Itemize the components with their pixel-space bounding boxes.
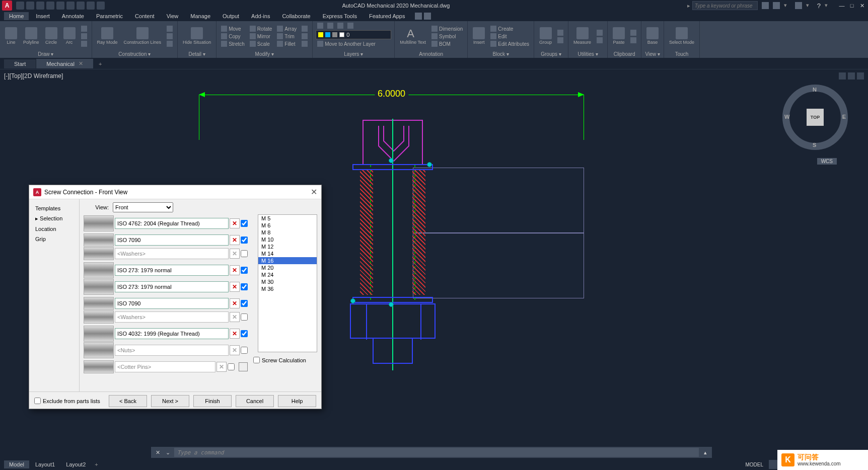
part-remove-hole2[interactable]: ✕: [230, 282, 240, 292]
step-templates[interactable]: Templates: [31, 203, 77, 213]
part-check-hole1[interactable]: [241, 267, 248, 274]
part-thumb-cotter[interactable]: [84, 360, 114, 373]
edit-block-button[interactable]: Edit: [489, 33, 531, 40]
vp-close-icon[interactable]: [857, 72, 864, 80]
mtext-button[interactable]: AMultiline Text: [398, 26, 428, 46]
tab-parametric[interactable]: Parametric: [91, 12, 128, 20]
part-thumb-washer1[interactable]: [84, 233, 114, 247]
filetab-new-button[interactable]: +: [94, 59, 107, 68]
rotate-button[interactable]: Rotate: [248, 25, 273, 32]
qat-saveas-icon[interactable]: [46, 2, 54, 10]
part-check-screw[interactable]: [241, 220, 248, 227]
layer-dropdown[interactable]: 0: [316, 30, 391, 39]
size-m12[interactable]: M 12: [258, 243, 317, 250]
part-remove-washers2[interactable]: ✕: [230, 312, 240, 322]
fillet-button[interactable]: Fillet: [275, 40, 298, 47]
part-name-washers2[interactable]: [115, 311, 229, 323]
part-remove-hole1[interactable]: ✕: [230, 265, 240, 275]
measure-button[interactable]: Measure: [571, 26, 593, 46]
viewcube[interactable]: TOP N S E W: [782, 85, 848, 150]
help-icon[interactable]: ?: [817, 2, 821, 9]
hide-situation-button[interactable]: Hide Situation: [181, 26, 213, 46]
step-selection[interactable]: Selection: [31, 213, 77, 224]
trim-button[interactable]: Trim: [275, 33, 298, 40]
scale-button[interactable]: Scale: [248, 40, 273, 47]
search-input[interactable]: [692, 1, 758, 10]
raymode-button[interactable]: Ray Mode: [95, 26, 120, 46]
viewcube-north[interactable]: N: [813, 87, 817, 93]
layer-extra1[interactable]: [316, 22, 325, 29]
command-line[interactable]: ✕ ⌄ Type a command ▴: [151, 447, 712, 458]
group-button[interactable]: Group: [537, 26, 554, 46]
size-m6[interactable]: M 6: [258, 222, 317, 229]
edit-attr-button[interactable]: Edit Attributes: [489, 40, 531, 47]
part-check-washers1[interactable]: [241, 250, 248, 257]
qat-plot-icon[interactable]: [66, 2, 75, 10]
panel-title-groups[interactable]: Groups ▾: [537, 50, 565, 57]
cmdline-expand-icon[interactable]: ▴: [702, 449, 709, 456]
statustab-layout1[interactable]: Layout1: [30, 460, 60, 468]
nut[interactable]: [350, 303, 436, 339]
part-remove-nuts[interactable]: ✕: [230, 345, 240, 355]
viewport-label[interactable]: [-][Top][2D Wireframe]: [4, 72, 63, 80]
tab-insert[interactable]: Insert: [31, 12, 55, 20]
conlines-button[interactable]: Construction Lines: [122, 26, 164, 46]
part-thumb-hole1[interactable]: [84, 262, 114, 278]
mirror-button[interactable]: Mirror: [248, 33, 273, 40]
exclude-checkbox[interactable]: [34, 398, 41, 404]
modify-extra1[interactable]: [300, 25, 309, 32]
part-name-screw[interactable]: [115, 218, 229, 229]
draw-extra2[interactable]: [80, 33, 89, 40]
qat-redo-icon[interactable]: [87, 2, 95, 10]
tab-featuredapps[interactable]: Featured Apps: [364, 12, 410, 20]
step-grip[interactable]: Grip: [31, 234, 77, 244]
panel-title-construction[interactable]: Construction ▾: [95, 50, 175, 57]
screw-calculation-checkbox[interactable]: Screw Calculation: [253, 357, 306, 363]
cmdline-customize-icon[interactable]: ⌄: [164, 449, 171, 456]
part-name-washer1[interactable]: [115, 234, 229, 246]
next-button[interactable]: Next >: [151, 395, 189, 407]
con-extra1[interactable]: [165, 25, 174, 32]
tab-collaborate[interactable]: Collaborate: [277, 12, 315, 20]
tab-view[interactable]: View: [162, 12, 184, 20]
part-remove-washer2[interactable]: ✕: [230, 298, 240, 308]
con-extra3[interactable]: [165, 40, 174, 47]
size-list[interactable]: M 5 M 6 M 8 M 10 M 12 M 14 M 16 M 20 M 2…: [258, 214, 317, 352]
part-thumb-screw[interactable]: [84, 215, 114, 231]
help-dropdown-icon[interactable]: ▾: [825, 2, 832, 9]
help-button[interactable]: Help: [278, 395, 316, 407]
con-extra2[interactable]: [165, 33, 174, 40]
view-select[interactable]: Front: [113, 202, 173, 212]
line-button[interactable]: Line: [3, 26, 19, 46]
part-check-washers2[interactable]: [241, 314, 248, 321]
cmdline-close-icon[interactable]: ✕: [154, 449, 161, 456]
qat-workspace-icon[interactable]: [97, 2, 105, 10]
dimension-line[interactable]: 6.0000: [199, 90, 584, 101]
layer-extra4[interactable]: [346, 22, 355, 29]
part-check-nut[interactable]: [241, 330, 248, 337]
grip-4[interactable]: [389, 302, 394, 307]
clip-extra1[interactable]: [629, 29, 638, 36]
part-name-washer2[interactable]: [115, 298, 229, 309]
layer-extra3[interactable]: [336, 22, 345, 29]
viewcube-top-face[interactable]: TOP: [807, 109, 824, 126]
part-name-nuts[interactable]: [115, 345, 229, 356]
part-remove-cotter[interactable]: ✕: [216, 362, 227, 372]
qat-new-icon[interactable]: [16, 2, 24, 10]
tab-output[interactable]: Output: [218, 12, 244, 20]
part-remove-screw[interactable]: ✕: [230, 218, 240, 228]
qat-openweb-icon[interactable]: [56, 2, 64, 10]
part-thumb-washers1[interactable]: [84, 247, 114, 260]
part-remove-washers1[interactable]: ✕: [230, 249, 240, 259]
util-extra1[interactable]: [595, 29, 604, 36]
statustab-model[interactable]: Model: [4, 460, 29, 468]
exchange-icon[interactable]: [795, 2, 802, 9]
filetab-close-icon[interactable]: ✕: [79, 60, 83, 67]
tab-extra2-icon[interactable]: [424, 13, 431, 20]
vp-minimize-icon[interactable]: [839, 72, 846, 80]
create-block-button[interactable]: Create: [489, 25, 531, 32]
move-to-layer-button[interactable]: Move to Another Layer: [316, 40, 377, 47]
part-thumb-nut[interactable]: [84, 326, 114, 342]
part-check-nuts[interactable]: [241, 347, 248, 354]
size-m14[interactable]: M 14: [258, 250, 317, 257]
